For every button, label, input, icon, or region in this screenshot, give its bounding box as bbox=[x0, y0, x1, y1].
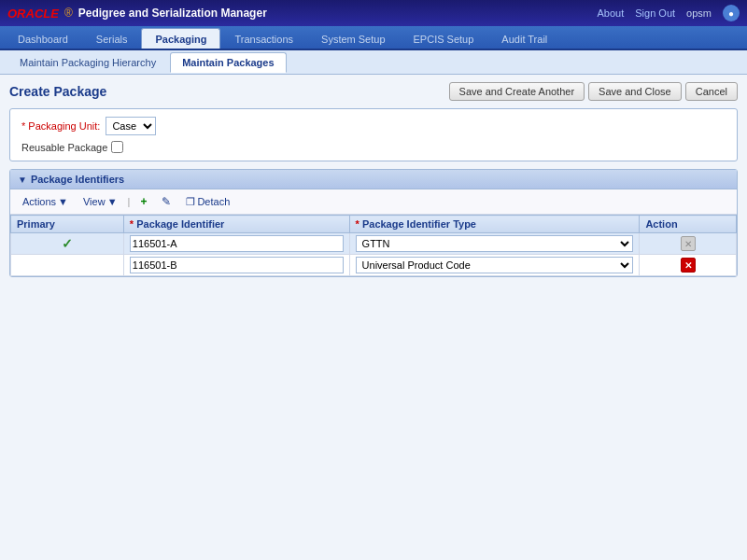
tab-dashboard[interactable]: Dashboard bbox=[4, 28, 82, 49]
reusable-package-row: Reusable Package bbox=[21, 141, 726, 153]
toolbar-separator: | bbox=[128, 196, 131, 207]
tab-system-setup[interactable]: System Setup bbox=[307, 28, 399, 49]
required-star-type: * bbox=[356, 218, 362, 230]
cell-action-1: ✕ bbox=[640, 233, 737, 255]
cell-type-2[interactable]: GTTN Universal Product Code NDC bbox=[349, 255, 640, 276]
edit-icon: ✎ bbox=[162, 195, 171, 208]
save-create-another-button[interactable]: Save and Create Another bbox=[449, 82, 585, 101]
header-separator: ® bbox=[64, 7, 73, 20]
action-buttons: Save and Create Another Save and Close C… bbox=[449, 82, 738, 101]
app-title: Pedigree and Serialization Manager bbox=[78, 7, 267, 20]
cell-primary-1: ✓ bbox=[11, 233, 124, 255]
save-close-button[interactable]: Save and Close bbox=[588, 82, 682, 101]
col-header-primary: Primary bbox=[11, 216, 124, 233]
delete-button-2[interactable]: ✕ bbox=[681, 258, 696, 273]
cell-identifier-2[interactable] bbox=[123, 255, 349, 276]
delete-inactive-icon-1: ✕ bbox=[681, 236, 696, 251]
subtab-maintain-packages[interactable]: Maintain Packages bbox=[170, 52, 286, 73]
about-link[interactable]: About bbox=[598, 7, 625, 19]
form-area: * Packaging Unit: Case Box Pallet Reusab… bbox=[9, 108, 738, 161]
add-icon: + bbox=[140, 195, 147, 208]
col-header-type-label: Package Identifier Type bbox=[362, 218, 476, 230]
tab-transactions[interactable]: Transactions bbox=[220, 28, 307, 49]
reusable-package-checkbox[interactable] bbox=[111, 141, 123, 153]
actions-label: Actions bbox=[22, 196, 56, 207]
cell-action-2[interactable]: ✕ bbox=[640, 255, 737, 276]
header-right: About Sign Out opsm ● bbox=[598, 5, 740, 21]
page-title-bar: Create Package Save and Create Another S… bbox=[9, 82, 738, 101]
packaging-unit-row: * Packaging Unit: Case Box Pallet bbox=[21, 117, 726, 135]
tab-serials[interactable]: Serials bbox=[82, 28, 142, 49]
subtab-maintain-hierarchy[interactable]: Maintain Packaging Hierarchy bbox=[7, 52, 168, 73]
detach-button[interactable]: ❐ Detach bbox=[181, 194, 234, 210]
table-header-row: Primary * Package Identifier * Package I… bbox=[11, 216, 737, 233]
package-identifiers-section: ▼ Package Identifiers Actions ▼ View ▼ |… bbox=[9, 169, 738, 277]
primary-check-icon: ✓ bbox=[62, 236, 73, 251]
oracle-logo: ORACLE bbox=[7, 7, 59, 21]
add-row-button[interactable]: + bbox=[135, 193, 151, 210]
identifier-input-2[interactable] bbox=[130, 257, 344, 273]
page-title: Create Package bbox=[9, 84, 106, 99]
actions-dropdown-button[interactable]: Actions ▼ bbox=[18, 194, 73, 209]
sub-nav: Maintain Packaging Hierarchy Maintain Pa… bbox=[0, 50, 747, 75]
detach-label: Detach bbox=[197, 196, 230, 207]
view-chevron-icon: ▼ bbox=[107, 196, 118, 207]
cell-type-1[interactable]: GTTN Universal Product Code NDC bbox=[349, 233, 640, 255]
table-toolbar: Actions ▼ View ▼ | + ✎ ❐ Detach bbox=[10, 189, 737, 215]
sign-out-link[interactable]: Sign Out bbox=[635, 7, 675, 19]
detach-icon: ❐ bbox=[186, 196, 195, 208]
cancel-button[interactable]: Cancel bbox=[685, 82, 738, 101]
collapse-icon: ▼ bbox=[18, 175, 27, 185]
user-icon: ● bbox=[723, 5, 740, 21]
actions-chevron-icon: ▼ bbox=[58, 196, 68, 207]
app-header: ORACLE ® Pedigree and Serialization Mana… bbox=[0, 0, 747, 26]
package-identifiers-table: Primary * Package Identifier * Package I… bbox=[10, 215, 737, 276]
packaging-unit-label: * Packaging Unit: bbox=[21, 120, 100, 132]
view-label: View bbox=[83, 196, 106, 207]
col-header-action: Action bbox=[640, 216, 737, 233]
header-left: ORACLE ® Pedigree and Serialization Mana… bbox=[7, 7, 267, 21]
col-header-identifier: * Package Identifier bbox=[123, 216, 349, 233]
table-row: GTTN Universal Product Code NDC ✕ bbox=[11, 255, 737, 276]
col-header-identifier-label: Package Identifier bbox=[136, 218, 224, 230]
type-select-1[interactable]: GTTN Universal Product Code NDC bbox=[356, 235, 634, 252]
col-header-type: * Package Identifier Type bbox=[349, 216, 640, 233]
identifier-input-1[interactable] bbox=[130, 235, 344, 252]
tab-epcis-setup[interactable]: EPCIS Setup bbox=[400, 28, 488, 49]
cell-primary-2 bbox=[11, 255, 124, 276]
view-dropdown-button[interactable]: View ▼ bbox=[78, 194, 122, 209]
reusable-package-label: Reusable Package bbox=[21, 142, 107, 153]
type-select-2[interactable]: GTTN Universal Product Code NDC bbox=[356, 257, 634, 273]
packaging-unit-select[interactable]: Case Box Pallet bbox=[106, 117, 156, 135]
section-title: Package Identifiers bbox=[31, 174, 124, 185]
edit-row-button[interactable]: ✎ bbox=[157, 193, 176, 210]
username: opsm bbox=[686, 7, 712, 19]
tab-audit-trail[interactable]: Audit Trail bbox=[487, 28, 561, 49]
table-row: ✓ GTTN Universal Product Code NDC ✕ bbox=[11, 233, 737, 255]
section-header[interactable]: ▼ Package Identifiers bbox=[10, 170, 737, 189]
cell-identifier-1[interactable] bbox=[123, 233, 349, 255]
tab-packaging[interactable]: Packaging bbox=[141, 28, 220, 49]
main-content: Create Package Save and Create Another S… bbox=[0, 75, 747, 560]
main-nav: Dashboard Serials Packaging Transactions… bbox=[0, 26, 747, 50]
